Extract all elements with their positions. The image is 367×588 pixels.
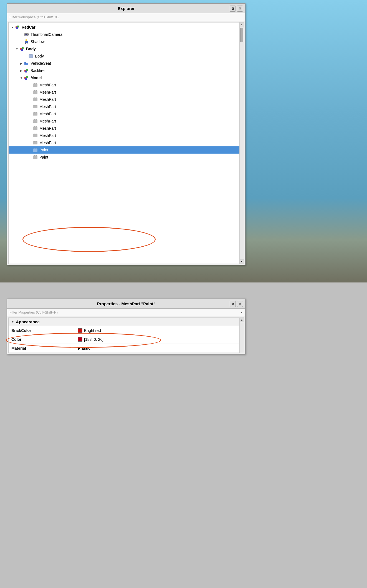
- redcar-arrow[interactable]: [10, 26, 15, 29]
- model-arrow[interactable]: [19, 76, 24, 79]
- mesh3-label: MeshPart: [39, 97, 56, 102]
- tree-item-mesh2[interactable]: MeshPart: [9, 89, 239, 96]
- properties-filter-bar[interactable]: Filter Properties (Ctrl+Shift+P) ▼: [7, 309, 245, 316]
- svg-rect-44: [36, 126, 37, 127]
- mesh1-icon: [32, 82, 38, 88]
- svg-rect-51: [33, 149, 37, 152]
- properties-float-button[interactable]: ⧉: [230, 301, 236, 307]
- tree-item-body-part[interactable]: Body: [9, 52, 239, 60]
- svg-rect-9: [25, 43, 26, 44]
- explorer-title: Explorer: [118, 6, 135, 11]
- tree-item-redcar[interactable]: RedCar: [9, 24, 239, 31]
- color-text: [183, 0, 26]: [84, 337, 103, 342]
- thumbnail-label: ThumbnailCamera: [31, 32, 62, 37]
- svg-rect-26: [36, 83, 37, 84]
- mesh5-label: MeshPart: [39, 112, 56, 116]
- tree-item-mesh7[interactable]: MeshPart: [9, 125, 239, 132]
- svg-rect-33: [33, 105, 37, 108]
- svg-rect-41: [36, 119, 37, 120]
- properties-header-buttons: ⧉ ✕: [230, 301, 243, 307]
- paint-circle-annotation: [22, 227, 156, 252]
- tree-item-mesh6[interactable]: MeshPart: [9, 117, 239, 125]
- appearance-label: Appearance: [16, 319, 40, 324]
- scroll-thumb[interactable]: [240, 28, 243, 42]
- svg-rect-55: [34, 155, 35, 156]
- explorer-filter-bar[interactable]: Filter workspace (Ctrl+Shift+X): [7, 13, 245, 21]
- paint2-icon: [32, 154, 38, 160]
- paint2-label: Paint: [39, 155, 48, 159]
- tree-item-paint-selected[interactable]: Paint: [9, 146, 239, 154]
- properties-close-button[interactable]: ✕: [237, 301, 243, 307]
- tree-item-mesh5[interactable]: MeshPart: [9, 110, 239, 117]
- tree-item-thumbnail[interactable]: ThumbnailCamera: [9, 31, 239, 38]
- svg-rect-23: [25, 78, 27, 80]
- color-value[interactable]: [183, 0, 26]: [75, 336, 239, 343]
- filter-dropdown-icon[interactable]: ▼: [240, 311, 243, 314]
- svg-rect-30: [33, 98, 37, 101]
- paint-selected-icon: [32, 147, 38, 153]
- explorer-tree-content: RedCar ThumbnailCamera: [9, 22, 244, 162]
- vehicleseat-label: VehicleSeat: [31, 61, 51, 66]
- svg-rect-35: [36, 105, 37, 106]
- scroll-up-button[interactable]: ▲: [240, 22, 244, 27]
- props-scrollbar: ▲: [239, 318, 244, 353]
- svg-rect-40: [34, 119, 35, 120]
- redcar-label: RedCar: [22, 25, 36, 29]
- redcar-icon: [15, 24, 20, 30]
- paint-selected-label: Paint: [39, 148, 48, 152]
- brickcolor-swatch: [78, 328, 82, 333]
- properties-content: ▼ Appearance ▲ BrickColor Bright red Col…: [8, 317, 244, 353]
- mesh4-icon: [32, 104, 38, 109]
- mesh4-label: MeshPart: [39, 104, 56, 109]
- svg-rect-49: [34, 141, 35, 142]
- scroll-down-button[interactable]: ▼: [240, 259, 244, 264]
- tree-item-backfire[interactable]: Backfire: [9, 67, 239, 74]
- properties-filter-placeholder: Filter Properties (Ctrl+Shift+P): [9, 310, 58, 314]
- tree-item-mesh1[interactable]: MeshPart: [9, 81, 239, 89]
- mesh7-label: MeshPart: [39, 126, 56, 131]
- brickcolor-value[interactable]: Bright red: [75, 327, 239, 334]
- svg-rect-19: [26, 69, 28, 71]
- mesh5-icon: [32, 111, 38, 117]
- svg-rect-17: [24, 62, 26, 64]
- svg-rect-39: [33, 120, 37, 123]
- appearance-arrow: ▼: [11, 320, 14, 323]
- vehicleseat-arrow[interactable]: [19, 62, 24, 65]
- explorer-close-button[interactable]: ✕: [237, 6, 243, 12]
- color-row: Color [183, 0, 26]: [9, 335, 239, 344]
- svg-rect-36: [33, 112, 37, 116]
- scroll-track: [240, 27, 244, 259]
- svg-rect-29: [36, 90, 37, 91]
- brickcolor-name: BrickColor: [9, 327, 75, 334]
- svg-rect-10: [27, 43, 27, 44]
- tree-item-body-group[interactable]: Body: [9, 45, 239, 52]
- tree-item-mesh4[interactable]: MeshPart: [9, 103, 239, 110]
- svg-rect-7: [26, 39, 27, 41]
- props-scroll-track: [240, 322, 244, 353]
- tree-item-mesh3[interactable]: MeshPart: [9, 96, 239, 103]
- tree-item-mesh8[interactable]: MeshPart: [9, 132, 239, 139]
- props-scroll-up-button[interactable]: ▲: [240, 318, 244, 322]
- backfire-arrow[interactable]: [19, 69, 24, 72]
- appearance-section-header[interactable]: ▼ Appearance: [9, 318, 244, 326]
- svg-rect-25: [34, 83, 35, 84]
- svg-rect-15: [29, 54, 32, 55]
- model-label: Model: [31, 76, 42, 80]
- explorer-float-button[interactable]: ⧉: [230, 6, 236, 12]
- tree-item-paint2[interactable]: Paint: [9, 154, 239, 161]
- svg-rect-53: [36, 148, 37, 149]
- svg-rect-46: [34, 134, 35, 134]
- properties-panel: Properties - MeshPart "Paint" ⧉ ✕ Filter…: [7, 299, 245, 354]
- explorer-header-buttons: ⧉ ✕: [230, 6, 243, 12]
- svg-rect-32: [36, 97, 37, 98]
- mesh1-label: MeshPart: [39, 83, 56, 87]
- body-group-arrow[interactable]: [15, 47, 19, 51]
- tree-item-shadow[interactable]: Shadow: [9, 38, 239, 45]
- tree-item-model[interactable]: Model: [9, 74, 239, 81]
- body-group-label: Body: [26, 47, 36, 51]
- svg-rect-52: [34, 148, 35, 149]
- tree-item-vehicleseat[interactable]: VehicleSeat: [9, 60, 239, 67]
- tree-item-mesh9[interactable]: MeshPart: [9, 139, 239, 146]
- material-value[interactable]: Plastic: [75, 344, 239, 352]
- svg-rect-56: [36, 155, 37, 156]
